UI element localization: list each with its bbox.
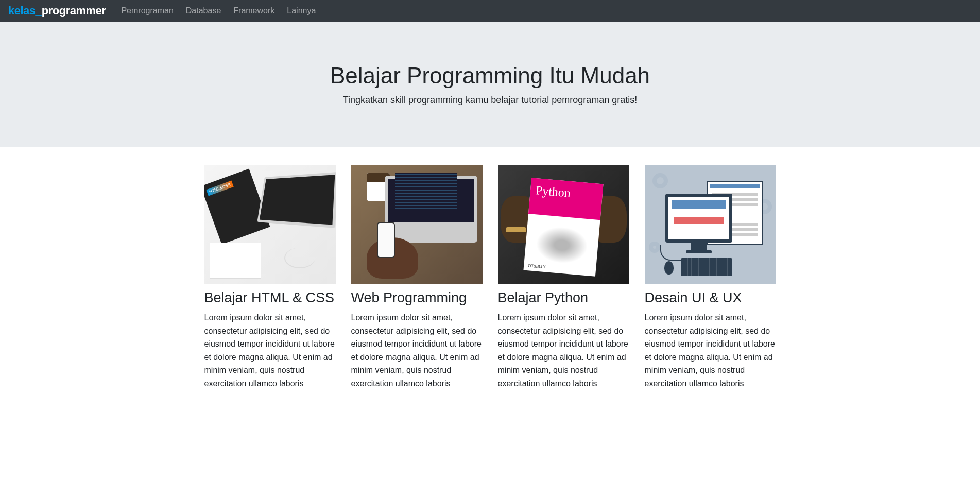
gear-icon — [652, 173, 668, 188]
brand-logo[interactable]: kelas_programmer — [8, 4, 106, 18]
browser-bar-icon — [710, 184, 760, 188]
card-html-css: Belajar HTML & CSS Lorem ipsum dolor sit… — [204, 165, 336, 390]
keyboard-icon — [681, 258, 732, 276]
phone-icon — [377, 222, 395, 258]
card-title: Web Programming — [351, 290, 483, 306]
card-image-python: Python O'REILLY — [498, 165, 629, 284]
hero-title: Belajar Programming Itu Mudah — [10, 63, 970, 89]
hero-subtitle: Tingkatkan skill programming kamu belaja… — [10, 95, 970, 106]
gear-icon — [649, 242, 660, 253]
nav-link-framework[interactable]: Framework — [233, 6, 274, 15]
notebook-icon — [210, 243, 261, 279]
monitor-base-icon — [686, 250, 712, 253]
python-book-icon: Python O'REILLY — [523, 178, 603, 277]
monitor-icon — [665, 194, 732, 243]
card-text: Lorem ipsum dolor sit amet, consectetur … — [351, 311, 483, 390]
python-book-title: Python — [528, 178, 604, 220]
brand-underscore: _ — [36, 4, 42, 18]
monitor-accent-icon — [674, 217, 724, 224]
navbar: kelas_programmer Pemrograman Database Fr… — [0, 0, 980, 22]
nav-link-lainnya[interactable]: Lainnya — [287, 6, 316, 15]
card-text: Lorem ipsum dolor sit amet, consectetur … — [498, 311, 629, 390]
brand-part1: kelas — [8, 4, 36, 18]
nav-link-pemrograman[interactable]: Pemrograman — [121, 6, 173, 15]
card-ui-ux: Desain UI & UX Lorem ipsum dolor sit ame… — [645, 165, 776, 390]
monitor-header-icon — [672, 200, 726, 209]
hero-section: Belajar Programming Itu Mudah Tingkatkan… — [0, 22, 980, 147]
card-title: Belajar Python — [498, 290, 629, 306]
nav-items: Pemrograman Database Framework Lainnya — [121, 6, 316, 15]
laptop-icon — [257, 172, 336, 228]
card-title: Belajar HTML & CSS — [204, 290, 336, 306]
bracelet-icon — [506, 227, 526, 232]
mouse-icon — [664, 261, 674, 275]
card-text: Lorem ipsum dolor sit amet, consectetur … — [204, 311, 336, 390]
brand-part2: programmer — [42, 4, 106, 18]
card-web-programming: Web Programming Lorem ipsum dolor sit am… — [351, 165, 483, 390]
card-python: Python O'REILLY Belajar Python Lorem ips… — [498, 165, 629, 390]
card-image-ui-ux — [645, 165, 776, 284]
publisher-label: O'REILLY — [528, 263, 546, 269]
card-title: Desain UI & UX — [645, 290, 776, 306]
card-image-html-css — [204, 165, 336, 284]
earbuds-icon — [284, 248, 315, 268]
cable-icon — [660, 245, 681, 261]
cards-row: Belajar HTML & CSS Lorem ipsum dolor sit… — [204, 165, 776, 390]
card-image-web-programming — [351, 165, 483, 284]
cards-container: Belajar HTML & CSS Lorem ipsum dolor sit… — [197, 147, 784, 409]
snake-illustration-icon — [535, 225, 589, 265]
card-text: Lorem ipsum dolor sit amet, consectetur … — [645, 311, 776, 390]
code-screen-icon — [395, 173, 457, 209]
nav-link-database[interactable]: Database — [186, 6, 221, 15]
